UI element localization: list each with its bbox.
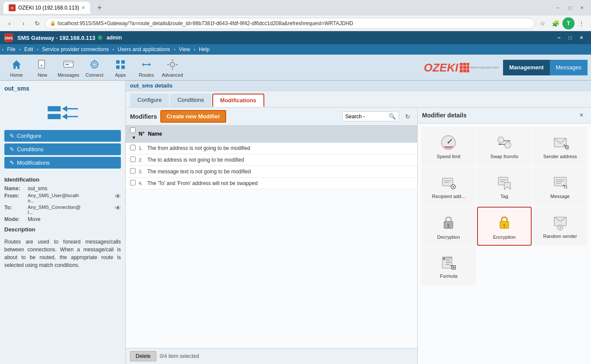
menu-service-provider[interactable]: Service provider connections: [39, 46, 112, 53]
messages-icon: [62, 58, 75, 72]
admin-label: admin: [107, 35, 122, 41]
table-rows: 1. The from address is not going to be m…: [126, 143, 417, 348]
refresh-button[interactable]: ↻: [31, 17, 43, 29]
connect-icon: [88, 58, 101, 72]
svg-point-36: [498, 137, 504, 143]
back-button[interactable]: ‹: [3, 17, 16, 29]
tag-label: Tag: [500, 194, 508, 199]
extensions-button[interactable]: 🧩: [549, 17, 562, 29]
bookmark-button[interactable]: ☆: [536, 17, 549, 29]
svg-text:km/h: km/h: [446, 146, 451, 149]
profile-button[interactable]: T: [562, 17, 575, 29]
sender-icon: [552, 134, 569, 151]
svg-rect-9: [65, 64, 69, 65]
toolbar-advanced[interactable]: Advanced: [159, 56, 185, 79]
message-label: Message: [550, 194, 570, 199]
new-tab-button[interactable]: +: [94, 2, 106, 14]
menu-help[interactable]: Help: [195, 46, 213, 53]
svg-marker-18: [149, 63, 151, 66]
svg-rect-25: [48, 106, 61, 111]
table-row[interactable]: 3. The message text is not going to be m…: [126, 166, 417, 178]
modifier-encryption[interactable]: Encryption: [477, 207, 532, 246]
toolbar-routes[interactable]: Routes: [133, 56, 159, 79]
table-row[interactable]: 2. The to address is not going to be mod…: [126, 154, 417, 166]
toolbar-home[interactable]: Home: [3, 56, 29, 79]
row-1-checkbox[interactable]: [130, 145, 136, 150]
svg-rect-15: [116, 65, 120, 69]
row-4-checkbox[interactable]: [130, 180, 136, 185]
sidebar-title: out_sms: [4, 85, 121, 92]
toolbar-messages[interactable]: Messages: [55, 56, 81, 79]
modifier-sender[interactable]: Sender address: [533, 127, 588, 166]
modifier-random-sender[interactable]: ? Random sender: [533, 207, 588, 246]
modifier-formula[interactable]: Formula: [421, 247, 476, 286]
modifier-decryption[interactable]: Decryption: [421, 207, 476, 246]
browser-maximize[interactable]: □: [564, 2, 575, 13]
browser-close[interactable]: ×: [576, 2, 588, 13]
table-row[interactable]: 1. The from address is not going to be m…: [126, 143, 417, 154]
tab-conditions[interactable]: Conditions: [170, 94, 211, 107]
messages-tab-button[interactable]: Messages: [550, 60, 588, 75]
modifier-recipient[interactable]: Recipient add...: [421, 167, 476, 206]
svg-point-64: [447, 224, 450, 227]
browser-tab-close[interactable]: ×: [82, 5, 85, 11]
modifiers-toolbar: Modifiers Create new Modifier 🔍 ↻: [126, 107, 417, 126]
eye-icon-from[interactable]: 👁: [115, 193, 121, 200]
configure-button[interactable]: ✎ Configure: [4, 130, 121, 142]
browser-tab-title: OZEKI 10 (192.168.0.113): [18, 5, 79, 11]
search-button[interactable]: 🔍: [386, 112, 399, 121]
app-minimize[interactable]: −: [554, 33, 564, 42]
tab-modifications[interactable]: Modifications: [212, 94, 264, 107]
menu-file[interactable]: File: [3, 46, 19, 53]
row-1-num: 1.: [139, 146, 147, 151]
toolbar-new[interactable]: + New: [29, 56, 55, 79]
decryption-label: Decryption: [437, 234, 460, 240]
conditions-button[interactable]: ✎ Conditions: [4, 143, 121, 155]
address-bar[interactable]: 🔒 localhost:9515/SMS+Gateway/?a=route_de…: [45, 18, 535, 29]
row-2-checkbox[interactable]: [130, 156, 136, 162]
conditions-icon: ✎: [10, 146, 14, 153]
modifier-details-title: Modifier details: [422, 112, 576, 119]
browser-tab[interactable]: O OZEKI 10 (192.168.0.113) ×: [3, 2, 90, 14]
toolbar-connect[interactable]: Connect: [81, 56, 107, 79]
svg-text:?: ?: [559, 226, 561, 230]
modifier-message[interactable]: Message: [533, 167, 588, 206]
tab-configure[interactable]: Configure: [130, 94, 169, 107]
forward-button[interactable]: ›: [17, 17, 29, 29]
svg-rect-62: [565, 186, 567, 188]
row-2-name: The to address is not going to be modifi…: [147, 157, 244, 163]
row-3-checkbox[interactable]: [130, 168, 136, 174]
menu-users[interactable]: Users and applications: [114, 46, 173, 53]
menu-button[interactable]: ⋮: [575, 17, 588, 29]
svg-point-67: [503, 224, 506, 227]
swap-icon: [496, 134, 513, 151]
modifications-button[interactable]: ✎ Modifications: [4, 157, 121, 169]
field-mode: Mode: Move: [4, 216, 121, 222]
modifier-speed-limit[interactable]: km/h Speed limit: [421, 127, 476, 166]
app-maximize[interactable]: □: [565, 33, 575, 42]
svg-point-73: [443, 257, 445, 260]
browser-favicon: O: [9, 4, 16, 11]
management-button[interactable]: Management: [503, 60, 549, 75]
modifier-details-close[interactable]: ×: [576, 110, 587, 120]
eye-icon-to[interactable]: 👁: [115, 205, 121, 211]
sender-label: Sender address: [543, 154, 577, 159]
app-close[interactable]: ×: [576, 33, 587, 42]
modifiers-list: Modifiers Create new Modifier 🔍 ↻ ▼: [126, 107, 418, 364]
toolbar-apps[interactable]: Apps: [107, 56, 133, 79]
svg-rect-16: [121, 65, 125, 69]
description-text: Routes are used to forward messages/call…: [4, 238, 121, 269]
modifier-swap[interactable]: Swap from/to: [477, 127, 532, 166]
modifier-tag[interactable]: Tag: [477, 167, 532, 206]
search-input[interactable]: [343, 112, 386, 121]
browser-minimize[interactable]: −: [552, 2, 563, 13]
table-row[interactable]: 4. The 'To' and 'From' address will not …: [126, 178, 417, 189]
menu-view[interactable]: View: [175, 46, 194, 53]
modifier-details-panel: Modifier details ×: [418, 107, 591, 364]
delete-button[interactable]: Delete: [130, 351, 156, 361]
select-all-checkbox[interactable]: [130, 127, 136, 133]
refresh-button[interactable]: ↻: [403, 112, 413, 121]
menu-edit[interactable]: Edit: [21, 46, 37, 53]
create-modifier-button[interactable]: Create new Modifier: [160, 110, 226, 123]
row-3-num: 3.: [139, 169, 147, 174]
